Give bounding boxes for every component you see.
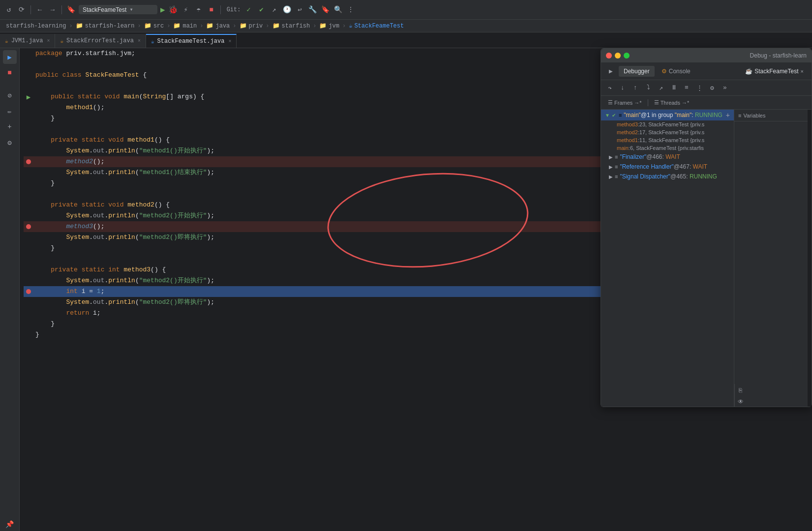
pin-icon[interactable]: 📌 [3,517,17,531]
tab-stackfeame[interactable]: ☕ StackFeameTest.java × [146,34,237,48]
debug-resume-icon[interactable]: ▶ [605,65,617,77]
line-gutter [24,156,33,167]
frames-button[interactable]: ☰ Frames →* [605,98,645,107]
breadcrumb-item[interactable]: java [215,23,230,30]
git-check2[interactable]: ✔ [256,5,266,15]
tab-debugger[interactable]: Debugger [619,66,655,77]
breadcrumb-item[interactable]: starfish-learning [6,23,66,30]
find-button[interactable]: 🔍 [333,5,343,15]
breakpoint-icon[interactable] [26,159,31,164]
tab-label: JVM1.java [11,37,43,44]
git-clock[interactable]: 🕐 [282,5,292,15]
java-icon: ☕ [151,38,154,45]
thread-sigdispatch[interactable]: ▶ ≡ "Signal Dispatcher"@465: RUNNING [601,172,734,181]
evaluate-icon[interactable]: ✏ [3,104,17,118]
breadcrumb-item[interactable]: src [153,23,164,30]
step-out[interactable]: ↑ [630,82,641,94]
step-over[interactable]: ↷ [604,82,616,94]
breadcrumb-item[interactable]: starfish-learn [85,23,135,30]
breadcrumb-item[interactable]: 📁 [240,22,247,30]
breadcrumb-item[interactable]: 📁 [173,22,180,30]
editor-area: 1 package priv.starfish.jvm; 2 3 public … [0,48,812,531]
run-config-selector[interactable]: StackFeameTest ▾ [79,5,157,14]
breadcrumb-item[interactable]: 📁 [319,22,327,30]
scrollbar[interactable] [808,110,812,407]
tab-stackerror[interactable]: ☕ StackErrorTest.java × [55,34,146,48]
minimize-button[interactable] [615,53,621,59]
frame-method1[interactable]: method1:11, StackFeameTest {priv.s [601,136,734,144]
tab-console[interactable]: ⚙ Console [657,66,695,77]
git-arrow[interactable]: ↗ [269,5,279,15]
breadcrumb-item[interactable]: jvm [329,23,339,30]
toolbar-bookmark[interactable]: 🔖 [66,5,76,15]
bookmark2[interactable]: 🔖 [320,5,330,15]
breakpoint-icon[interactable] [26,224,31,229]
coverage-button[interactable]: ☂ [194,5,204,15]
debug-window-title: Debug - starfish-learn [632,52,807,59]
tab-close[interactable]: × [228,39,231,44]
evaluate[interactable]: ↗ [655,82,667,94]
breadcrumb-item[interactable]: 📁 [206,22,213,30]
profile-button[interactable]: ⚡ [181,5,191,15]
toolbar-forward[interactable]: → [48,5,58,15]
frame-method2[interactable]: method2:17, StackFeameTest {priv.s [601,128,734,136]
debug-button[interactable]: 🐞 [168,5,178,15]
variables-icon: ≡ [738,113,741,118]
maximize-button[interactable] [624,53,630,59]
tab-label: StackFeameTest.java [157,38,225,45]
line-gutter [24,297,33,308]
thread-refhandler-name: "Reference Handler"@467: WAIT [620,163,707,170]
tab-close[interactable]: × [138,38,141,44]
settings-button[interactable]: 🔧 [307,5,317,15]
breakpoint-icon[interactable] [26,289,31,294]
watch-icon[interactable]: 👁 [736,397,746,407]
toolbar-refresh[interactable]: ↺ [4,5,14,15]
java-icon: ☕ [60,38,63,44]
run-button[interactable]: ▶ [160,5,165,15]
close-button[interactable] [606,53,612,59]
frame-main[interactable]: main:6, StackFeameTest {priv.starfis [601,144,734,152]
threads-icon[interactable]: ⋮ [693,82,705,94]
pause[interactable]: ⏸ [668,82,680,94]
line-gutter [24,70,33,81]
sep2 [61,5,62,14]
more2[interactable]: » [719,82,731,94]
resume-icon[interactable]: ▶ [3,50,17,64]
breadcrumb-item[interactable]: 📁 [144,22,151,30]
git-undo[interactable]: ↩ [295,5,304,15]
tab-jvm1[interactable]: ☕ JVM1.java × [0,34,55,48]
thread-finalizer-name: "Finalizer"@466: WAIT [620,153,680,160]
mute-breakpoints[interactable]: ⊘ [3,88,17,102]
copy-icon[interactable]: ⎘ [736,386,746,396]
thread-main[interactable]: ▼ ✔ ≡ "main"@1 in group "main": RUNNING … [601,110,734,120]
line-gutter [24,210,33,221]
stop-button[interactable]: ■ [207,5,216,15]
frame-method3[interactable]: method3:23, StackFeameTest {priv.s [601,120,734,128]
threads-button[interactable]: ☰ Threads →* [651,98,692,107]
config-close[interactable]: × [801,68,804,74]
settings-icon[interactable]: ⚙ [3,136,17,149]
breadcrumb-item[interactable]: main [182,23,197,30]
settings2[interactable]: ⚙ [706,82,718,94]
breadcrumb-item[interactable]: 📁 [272,22,280,30]
breadcrumb-item[interactable]: StackFeameTest [354,23,404,30]
step-into[interactable]: ↓ [617,82,629,94]
breadcrumb-item[interactable]: starfish [282,23,310,30]
thread-finalizer[interactable]: ▶ ≡ "Finalizer"@466: WAIT [601,152,734,162]
frames-icon[interactable]: ≡ [681,82,692,94]
thread-icon-sm: ≡ [615,174,618,179]
toolbar-back[interactable]: ← [35,5,45,15]
thread-refhandler[interactable]: ▶ ≡ "Reference Handler"@467: WAIT [601,162,734,172]
run-cursor[interactable]: ⤵ [642,82,654,94]
toolbar-sync[interactable]: ⟳ [17,5,27,15]
git-check1[interactable]: ✓ [243,5,253,15]
add-thread-icon[interactable]: + [726,111,730,119]
run-config-arrow: ▾ [129,6,133,13]
breadcrumb-item[interactable]: priv [249,23,263,30]
breadcrumb-item[interactable]: 📁 [76,22,83,30]
tab-close[interactable]: × [47,38,50,44]
stop-icon[interactable]: ■ [3,66,17,80]
breadcrumb-item[interactable]: ☕ [349,22,352,30]
add-watch[interactable]: + [3,120,17,134]
more-button[interactable]: ⋮ [346,5,356,15]
